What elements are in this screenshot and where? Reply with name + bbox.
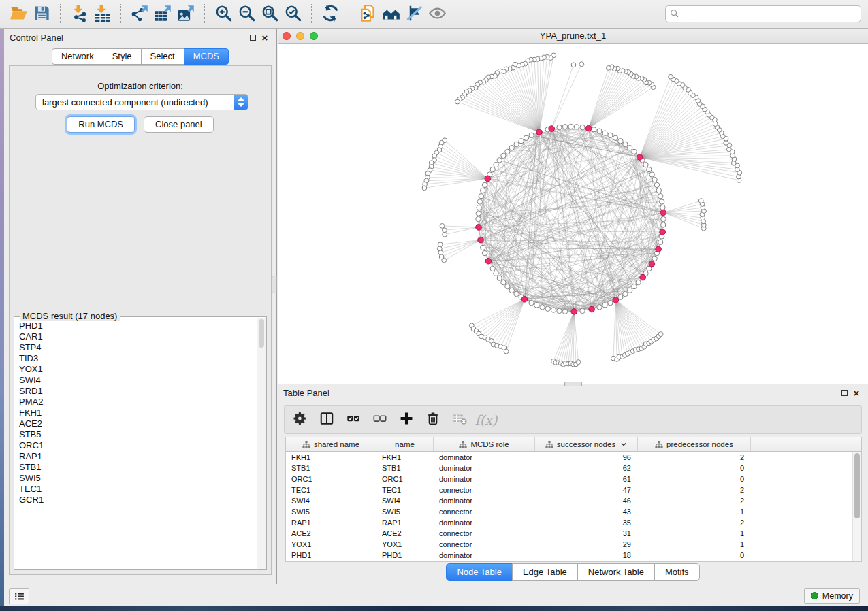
- network-mcds-node[interactable]: [589, 306, 595, 312]
- network-leaf-node[interactable]: [669, 74, 673, 79]
- network-node[interactable]: [580, 308, 585, 313]
- network-mcds-node[interactable]: [549, 126, 555, 132]
- network-node[interactable]: [479, 194, 483, 199]
- network-leaf-node[interactable]: [442, 258, 447, 263]
- network-node[interactable]: [545, 306, 550, 311]
- network-node[interactable]: [597, 305, 602, 310]
- control-panel-close-button[interactable]: ×: [259, 32, 271, 44]
- mcds-result-item[interactable]: STP4: [19, 342, 257, 353]
- network-node[interactable]: [580, 125, 585, 129]
- horizontal-splitter-handle[interactable]: [564, 382, 582, 386]
- table-panel-float-button[interactable]: [838, 387, 850, 399]
- import-network-button[interactable]: [67, 3, 91, 25]
- network-node[interactable]: [659, 199, 664, 204]
- mcds-result-item[interactable]: CAR1: [19, 331, 257, 342]
- network-mcds-node[interactable]: [521, 297, 528, 303]
- task-history-button[interactable]: [9, 588, 29, 604]
- tab-network-table[interactable]: Network Table: [577, 563, 655, 581]
- mcds-list-scrollbar[interactable]: [257, 318, 266, 569]
- mcds-result-item[interactable]: SWI5: [19, 473, 257, 484]
- mcds-result-item[interactable]: SWI4: [19, 375, 257, 386]
- network-node[interactable]: [608, 300, 613, 305]
- network-leaf-node[interactable]: [455, 99, 460, 104]
- duplicate-network-button[interactable]: [356, 3, 379, 25]
- network-node[interactable]: [494, 162, 498, 167]
- tab-node-table[interactable]: Node Table: [446, 563, 513, 581]
- network-leaf-node[interactable]: [443, 228, 447, 233]
- save-session-button[interactable]: [30, 3, 53, 25]
- tab-motifs[interactable]: Motifs: [654, 563, 700, 581]
- memory-status-button[interactable]: Memory: [804, 588, 860, 604]
- network-leaf-node[interactable]: [579, 62, 584, 67]
- network-node[interactable]: [477, 199, 482, 204]
- export-image-button[interactable]: [174, 3, 197, 25]
- column-header-name[interactable]: name: [376, 437, 434, 451]
- network-node[interactable]: [592, 127, 596, 132]
- network-node[interactable]: [529, 300, 534, 305]
- network-node[interactable]: [649, 172, 654, 177]
- tab-network[interactable]: Network: [52, 48, 103, 65]
- network-node[interactable]: [623, 291, 628, 296]
- network-node[interactable]: [481, 245, 485, 250]
- network-node[interactable]: [501, 153, 506, 158]
- network-node[interactable]: [505, 149, 510, 154]
- mcds-result-item[interactable]: PMA2: [19, 397, 257, 408]
- network-node[interactable]: [628, 146, 632, 150]
- network-node[interactable]: [497, 276, 502, 280]
- network-node[interactable]: [551, 308, 556, 312]
- open-session-button[interactable]: [7, 3, 30, 25]
- network-leaf-node[interactable]: [658, 332, 663, 337]
- delete-column-button[interactable]: [423, 410, 443, 430]
- network-node[interactable]: [534, 303, 539, 308]
- close-panel-button[interactable]: Close panel: [144, 116, 214, 133]
- network-node[interactable]: [654, 182, 659, 187]
- network-node[interactable]: [597, 129, 602, 133]
- refresh-view-button[interactable]: [319, 3, 342, 25]
- network-node[interactable]: [656, 188, 661, 193]
- run-mcds-button[interactable]: Run MCDS: [67, 116, 135, 133]
- network-node[interactable]: [562, 125, 567, 129]
- network-node[interactable]: [661, 216, 666, 221]
- network-node[interactable]: [636, 280, 641, 284]
- column-header-predecessor-nodes[interactable]: predecessor nodes: [638, 437, 751, 451]
- network-node[interactable]: [613, 135, 617, 140]
- network-node[interactable]: [514, 142, 519, 146]
- zoom-fit-button[interactable]: [258, 3, 281, 25]
- mcds-result-item[interactable]: ORC1: [19, 440, 257, 451]
- mcds-result-item[interactable]: YOX1: [19, 364, 257, 375]
- network-node[interactable]: [476, 211, 481, 216]
- table-row[interactable]: TEC1TEC1connector472: [286, 484, 852, 495]
- window-minimize-icon[interactable]: [296, 32, 304, 40]
- network-node[interactable]: [628, 288, 632, 293]
- network-node[interactable]: [557, 308, 562, 313]
- zoom-in-button[interactable]: [212, 3, 235, 25]
- network-mcds-node[interactable]: [536, 129, 543, 135]
- network-mcds-node[interactable]: [640, 274, 646, 280]
- network-node[interactable]: [602, 131, 607, 135]
- mcds-result-item[interactable]: STB5: [19, 429, 257, 440]
- network-node[interactable]: [497, 158, 502, 163]
- network-leaf-node[interactable]: [440, 224, 445, 229]
- zoom-out-button[interactable]: [235, 3, 258, 25]
- optimization-criterion-select[interactable]: largest connected component (undirected): [35, 94, 248, 110]
- hide-selected-button[interactable]: [402, 3, 425, 25]
- network-leaf-node[interactable]: [443, 232, 447, 237]
- network-leaf-node[interactable]: [607, 66, 611, 71]
- export-network-button[interactable]: [128, 3, 151, 25]
- control-panel-float-button[interactable]: [246, 32, 259, 44]
- table-row[interactable]: PHD1PHD1dominator180: [286, 550, 852, 561]
- deselect-all-button[interactable]: [370, 410, 390, 430]
- network-node[interactable]: [661, 222, 666, 227]
- add-column-button[interactable]: [396, 410, 417, 430]
- network-node[interactable]: [574, 125, 579, 129]
- mcds-result-item[interactable]: GCR1: [19, 495, 257, 506]
- mcds-result-item[interactable]: ACE2: [19, 418, 257, 429]
- network-node[interactable]: [608, 133, 613, 137]
- network-node[interactable]: [568, 124, 573, 129]
- tab-mcds[interactable]: MCDS: [184, 48, 229, 65]
- network-node[interactable]: [509, 146, 514, 150]
- network-node[interactable]: [476, 216, 481, 221]
- network-node[interactable]: [647, 167, 652, 171]
- network-node[interactable]: [477, 205, 481, 210]
- import-table-button[interactable]: [91, 3, 114, 25]
